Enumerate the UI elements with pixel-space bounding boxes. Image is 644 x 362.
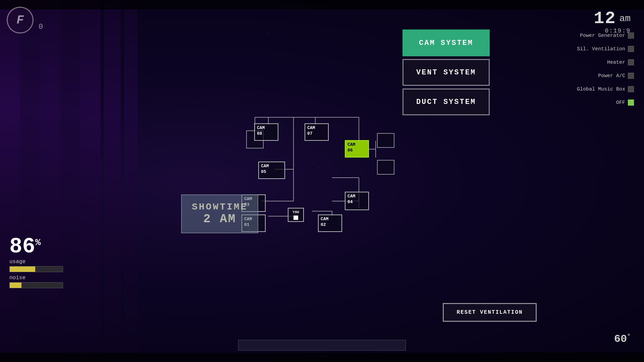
- toggle-power-ac-indicator: [628, 73, 634, 79]
- noise-bar: [9, 282, 63, 288]
- duct-system-button[interactable]: DUCT SYSTEM: [402, 88, 490, 115]
- svg-rect-8: [377, 160, 394, 174]
- logo: F: [7, 7, 34, 34]
- power-percent-value: 86%: [9, 236, 63, 257]
- temperature-unit: °: [627, 333, 631, 340]
- curtain-strip-1: [0, 0, 20, 362]
- system-panel: CAM SYSTEM VENT SYSTEM DUCT SYSTEM: [402, 29, 490, 115]
- svg-rect-7: [377, 133, 394, 147]
- time-ampm: am: [619, 13, 631, 24]
- cam-06[interactable]: CAM06: [345, 140, 369, 158]
- cam-system-button[interactable]: CAM SYSTEM: [402, 29, 490, 56]
- cam-05[interactable]: CAM05: [258, 162, 285, 179]
- logo-letter: F: [16, 13, 24, 27]
- curtain-strip-5: [80, 0, 101, 362]
- toggle-power-generator-label: Power Generator: [567, 33, 625, 39]
- cam-08[interactable]: CAM08: [254, 123, 278, 141]
- toggle-global-music-box-label: Global Music Box: [567, 86, 625, 92]
- toggle-sil-ventilation-label: Sil. Ventilation: [567, 46, 625, 52]
- toggle-off-indicator: [628, 100, 634, 106]
- you-node[interactable]: YOU: [288, 208, 304, 222]
- toggle-power-generator-indicator: [628, 33, 634, 39]
- toggle-off-label: OFF: [567, 100, 625, 106]
- temperature-display: 60°: [614, 333, 631, 345]
- top-bar: [0, 0, 644, 9]
- logo-circle: F: [7, 7, 34, 34]
- toggle-power-generator[interactable]: Power Generator: [567, 29, 634, 42]
- showtime-line1: SHOWTIME: [192, 202, 248, 212]
- bottom-input-area[interactable]: [238, 340, 406, 351]
- you-square: [293, 216, 298, 220]
- toggle-heater[interactable]: Heater: [567, 56, 634, 68]
- time-hour: 12: [594, 9, 616, 28]
- toggles-panel: Power Generator Sil. Ventilation Heater …: [567, 29, 634, 109]
- curtain-strip-4: [60, 0, 80, 362]
- toggle-power-ac-label: Power A/C: [567, 73, 625, 79]
- toggle-global-music-box[interactable]: Global Music Box: [567, 83, 634, 95]
- toggle-sil-ventilation[interactable]: Sil. Ventilation: [567, 43, 634, 55]
- cam-07[interactable]: CAM07: [305, 123, 329, 141]
- noise-label: noise: [9, 275, 63, 281]
- cam-02[interactable]: CAM02: [318, 215, 342, 232]
- temperature-value: 60: [614, 333, 627, 345]
- usage-bar-fill: [10, 266, 35, 272]
- curtain-strip-6: [104, 0, 121, 362]
- cam-04[interactable]: CAM04: [345, 192, 369, 210]
- curtain-strip-7: [124, 0, 138, 362]
- power-percent-number: 86: [9, 235, 35, 259]
- bottom-bar: [0, 353, 644, 362]
- power-display: 86% usage noise: [9, 236, 63, 288]
- usage-label: usage: [9, 259, 63, 265]
- toggle-global-music-box-indicator: [628, 86, 634, 92]
- time-hour-row: 12 am: [594, 10, 631, 27]
- power-percent-sign: %: [35, 237, 41, 248]
- reset-ventilation-button[interactable]: RESET VENTILATION: [443, 303, 537, 322]
- toggle-heater-indicator: [628, 59, 634, 65]
- toggle-off[interactable]: OFF: [567, 97, 634, 109]
- curtain-strip-2: [20, 0, 40, 362]
- showtime-sign: SHOWTIME 2 AM: [181, 194, 258, 233]
- score: 0: [39, 23, 43, 31]
- you-label: YOU: [292, 210, 299, 215]
- toggle-heater-label: Heater: [567, 60, 625, 65]
- usage-bar: [9, 266, 63, 272]
- toggle-power-ac[interactable]: Power A/C: [567, 70, 634, 82]
- vent-system-button[interactable]: VENT SYSTEM: [402, 59, 490, 86]
- toggle-sil-ventilation-indicator: [628, 46, 634, 52]
- noise-bar-fill: [10, 283, 21, 288]
- showtime-line2: 2 AM: [192, 212, 248, 226]
- curtain-strip-3: [40, 0, 60, 362]
